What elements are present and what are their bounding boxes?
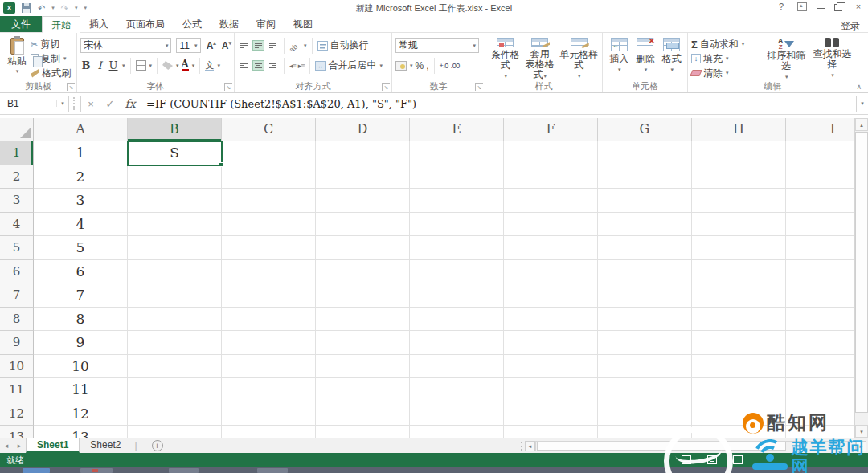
- tab-data[interactable]: 数据: [211, 16, 248, 32]
- copy-dropdown-icon[interactable]: ▾: [63, 55, 67, 62]
- comma-style-button[interactable]: ,: [426, 60, 428, 71]
- conditional-formatting-button[interactable]: 条件格式 ▾: [489, 35, 522, 81]
- alignment-dialog-launcher[interactable]: ↘: [382, 83, 390, 91]
- paste-dropdown-icon[interactable]: ▾: [16, 68, 19, 75]
- cell-B6[interactable]: [128, 260, 222, 284]
- autosum-dropdown-icon[interactable]: ▾: [742, 41, 745, 47]
- cell-D8[interactable]: [316, 308, 410, 332]
- borders-dropdown-icon[interactable]: ▾: [149, 63, 153, 69]
- cell-A3[interactable]: 3: [34, 189, 128, 213]
- column-header-E[interactable]: E: [410, 118, 504, 141]
- cut-button[interactable]: ✂ 剪切: [31, 37, 71, 51]
- cell-G10[interactable]: [598, 355, 692, 379]
- cell-D6[interactable]: [316, 260, 410, 284]
- align-left-icon[interactable]: [238, 60, 250, 71]
- taskbar-button[interactable]: [257, 468, 288, 473]
- clipboard-dialog-launcher[interactable]: ↘: [67, 83, 75, 91]
- formula-bar-expand-icon[interactable]: ▾: [857, 100, 868, 107]
- cell-D3[interactable]: [316, 189, 410, 213]
- cell-D1[interactable]: [316, 141, 410, 165]
- clear-dropdown-icon[interactable]: ▾: [726, 70, 729, 76]
- cell-A11[interactable]: 11: [34, 378, 128, 402]
- row-header-7[interactable]: 7: [0, 283, 34, 308]
- cell-G2[interactable]: [598, 165, 692, 190]
- select-all-corner[interactable]: [0, 118, 34, 141]
- cell-C13[interactable]: [222, 426, 316, 438]
- sign-in-link[interactable]: 登录: [841, 19, 860, 33]
- merge-dropdown-icon[interactable]: ▾: [380, 63, 383, 69]
- align-right-icon[interactable]: [267, 60, 279, 71]
- cell-C7[interactable]: [222, 283, 316, 308]
- sheet-tab-sheet1[interactable]: Sheet1: [26, 438, 80, 453]
- cell-B11[interactable]: [128, 378, 222, 402]
- collapse-ribbon-icon[interactable]: ∧: [856, 83, 862, 91]
- underline-button[interactable]: U: [108, 59, 119, 71]
- format-cells-button[interactable]: 格式 ▾: [662, 35, 682, 81]
- underline-dropdown-icon[interactable]: ▾: [122, 63, 125, 69]
- cell-E4[interactable]: [410, 213, 504, 237]
- taskbar-button[interactable]: [80, 468, 113, 473]
- vertical-scrollbar[interactable]: ▴ ▾: [854, 118, 868, 438]
- clear-button[interactable]: 清除 ▾: [691, 66, 764, 80]
- paste-button[interactable]: 粘贴 ▾: [3, 35, 31, 81]
- decrease-indent-icon[interactable]: ◂≡: [289, 62, 296, 70]
- increase-decimal-button[interactable]: +.0: [440, 62, 448, 70]
- shrink-font-button[interactable]: A▾: [222, 40, 231, 51]
- formula-input[interactable]: =IF (COUNTIF (Sheet2!$A$1:$A$20, A1), "S…: [141, 96, 857, 112]
- cell-H1[interactable]: [692, 141, 786, 165]
- close-button[interactable]: ×: [852, 2, 865, 11]
- cell-A12[interactable]: 12: [34, 402, 128, 426]
- cell-B4[interactable]: [128, 213, 222, 237]
- tab-home[interactable]: 开始: [42, 16, 80, 33]
- column-header-F[interactable]: F: [504, 118, 598, 141]
- cell-B7[interactable]: [128, 283, 222, 308]
- cell-B13[interactable]: [128, 426, 222, 438]
- sheet-nav-right-icon[interactable]: ▸: [13, 442, 26, 450]
- cell-B1[interactable]: S: [128, 141, 222, 165]
- cell-H9[interactable]: [692, 331, 786, 355]
- cell-F3[interactable]: [504, 189, 598, 213]
- cell-C5[interactable]: [222, 236, 316, 260]
- cell-D13[interactable]: [316, 426, 410, 438]
- tab-page-layout[interactable]: 页面布局: [117, 16, 174, 32]
- cell-E10[interactable]: [410, 355, 504, 379]
- find-select-button[interactable]: 查找和选择 ▾: [809, 35, 855, 81]
- cell-E13[interactable]: [410, 426, 504, 438]
- cell-E2[interactable]: [410, 165, 504, 190]
- cell-G4[interactable]: [598, 213, 692, 237]
- cell-C4[interactable]: [222, 213, 316, 237]
- row-header-12[interactable]: 12: [0, 402, 34, 426]
- cell-F7[interactable]: [504, 283, 598, 308]
- taskbar-button[interactable]: [23, 468, 50, 473]
- cell-H10[interactable]: [692, 355, 786, 379]
- cell-F5[interactable]: [504, 236, 598, 260]
- column-header-C[interactable]: C: [222, 118, 316, 141]
- percent-style-button[interactable]: %: [416, 60, 424, 71]
- column-header-H[interactable]: H: [692, 118, 786, 141]
- orientation-icon[interactable]: [289, 40, 301, 51]
- phonetic-dropdown-icon[interactable]: ▾: [217, 63, 220, 69]
- font-size-select[interactable]: 11 ▾: [176, 38, 200, 53]
- tab-view[interactable]: 视图: [285, 16, 321, 32]
- bold-button[interactable]: B: [80, 59, 92, 71]
- cell-E5[interactable]: [410, 236, 504, 260]
- cell-E9[interactable]: [410, 331, 504, 355]
- cell-D10[interactable]: [316, 355, 410, 379]
- cell-C10[interactable]: [222, 355, 316, 379]
- sheet-nav-left-icon[interactable]: ◂: [0, 442, 13, 450]
- cell-A6[interactable]: 6: [34, 260, 128, 284]
- taskbar-button[interactable]: [169, 468, 199, 473]
- column-header-A[interactable]: A: [34, 118, 128, 141]
- accounting-format-icon[interactable]: [395, 61, 407, 71]
- cell-G12[interactable]: [598, 402, 692, 426]
- cell-E11[interactable]: [410, 378, 504, 402]
- fill-color-icon[interactable]: [162, 61, 173, 70]
- cell-A8[interactable]: 8: [34, 308, 128, 332]
- insert-cells-button[interactable]: 插入 ▾: [609, 35, 628, 81]
- tab-review[interactable]: 审阅: [248, 16, 285, 32]
- cell-styles-button[interactable]: 单元格样式 ▾: [558, 35, 600, 81]
- cell-G3[interactable]: [598, 189, 692, 213]
- cell-H4[interactable]: [692, 213, 786, 237]
- font-color-dropdown-icon[interactable]: ▾: [192, 63, 195, 69]
- align-bottom-icon[interactable]: [267, 40, 279, 51]
